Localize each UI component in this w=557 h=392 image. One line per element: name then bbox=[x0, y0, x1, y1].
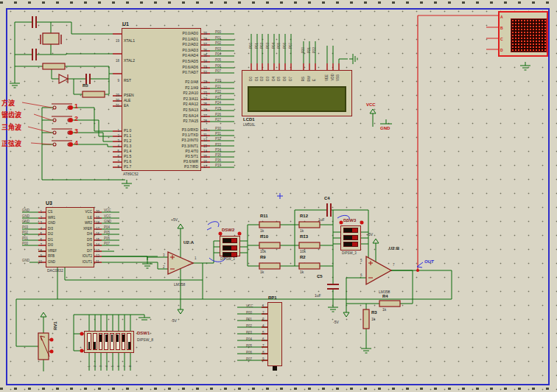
rp1-net-labels: VCCP00P01P02P03P04P05P06P07 bbox=[246, 303, 253, 363]
dsw2-part: DIPSW_3 bbox=[220, 257, 235, 261]
potentiometer-rv1[interactable] bbox=[38, 333, 49, 360]
u1-part: AT89C52 bbox=[123, 172, 139, 176]
wire-scope-red[interactable] bbox=[418, 15, 498, 270]
reset-diode[interactable] bbox=[59, 74, 68, 83]
wire-net[interactable] bbox=[15, 22, 452, 371]
dsw3-ref: DSW3 bbox=[343, 218, 356, 223]
u3-pin-labels-right: VCCILEWR2XFERDI4DI5DI6DI7IOUT2IOUT1 bbox=[68, 209, 92, 265]
u1-nets-p0: P00P01P02P03P04P05P06P07 bbox=[215, 29, 221, 74]
dsw1-ref: DSW1 bbox=[137, 331, 150, 335]
u1-pin-numbers-p2: 2122232425262728 bbox=[203, 80, 207, 125]
u1-pin-labels-p3: P3.0/RXDP3.1/TXDP3.2/INT0P3.3/INT1P3.4/T… bbox=[150, 127, 198, 170]
u3-pin-numbers-right: 20191817161514131211 bbox=[96, 209, 99, 265]
waveform-label-square: 方波 bbox=[1, 98, 15, 108]
u1-pin-labels-left-c: P1.0P1.1P1.2P1.3P1.4P1.5P1.6P1.7 bbox=[124, 128, 131, 169]
crystal[interactable] bbox=[41, 33, 61, 44]
u3-nets-right: VCCVCCGNDP04P05P06P07 bbox=[104, 208, 111, 263]
u2a-pin-plus: 3 bbox=[163, 253, 165, 257]
r11-value: 1k bbox=[260, 228, 264, 233]
u2b-ref: U2:B bbox=[389, 246, 399, 251]
gnd-label-lcd: GND bbox=[380, 126, 390, 130]
respack-rp1[interactable] bbox=[267, 302, 282, 366]
u3-nets-left: GNDGNDGNDP03P02P01P00GND bbox=[22, 208, 29, 263]
dsw1-part: DIPSW_8 bbox=[137, 337, 153, 342]
dip-switch-dsw1[interactable] bbox=[84, 331, 134, 353]
u1-pin-labels-left-b: PSENALEEA bbox=[124, 93, 134, 108]
u2a-ref: U2:A bbox=[183, 240, 194, 245]
button-4-number[interactable]: 4 bbox=[74, 139, 78, 147]
u2b-pin-out: 7 bbox=[393, 263, 395, 267]
dsw3-part: DIPSW_3 bbox=[342, 251, 357, 255]
r10-ref: R10 bbox=[260, 234, 268, 239]
r12-value: 1k bbox=[300, 228, 304, 233]
rv1-ref: RV1 bbox=[53, 321, 57, 330]
lcd-pin-labels-data: D0D1D2D3D4D5D6D7 bbox=[248, 71, 294, 85]
rp1-common-pin bbox=[273, 366, 277, 371]
callout-lines bbox=[22, 102, 52, 144]
r2-ref: R2 bbox=[300, 255, 306, 259]
button-1-number[interactable]: 1 bbox=[74, 102, 78, 110]
u1-nets-p3: P30P31P32P33P34P35P36P37 bbox=[215, 126, 221, 169]
u1-ref: U1 bbox=[122, 21, 129, 27]
dsw2-ref: DSW2 bbox=[222, 228, 234, 232]
u1-pin-numbers-left-a: 19189 bbox=[112, 31, 119, 91]
r11-ref: R11 bbox=[260, 214, 268, 218]
oscilloscope-module[interactable] bbox=[498, 11, 548, 57]
u2a-pos-supply: +5V bbox=[171, 217, 178, 222]
c5-ref: C5 bbox=[317, 274, 323, 279]
oscilloscope-display bbox=[511, 18, 547, 52]
r13-ref: R13 bbox=[300, 234, 308, 239]
lcd-pin-labels-pwr: VEEVDDVSS bbox=[324, 71, 341, 85]
c4-ref: C4 bbox=[324, 196, 330, 200]
vcc-label-lcd: VCC bbox=[366, 102, 376, 107]
u3-pin-labels-left: CSWR1GNDDI3DI2DI1DI0VREFRFBGND bbox=[48, 209, 57, 265]
lcd-part: LM016L bbox=[243, 123, 255, 127]
r5-ref: R5 bbox=[83, 83, 88, 88]
u2b-pos-supply: +5V bbox=[366, 232, 373, 237]
u1-pin-labels-p2: P2.0/A8P2.1/A9P2.2/A10P2.3/A11P2.4/A12P2… bbox=[150, 80, 198, 125]
u2a-part: LM358 bbox=[174, 282, 185, 287]
u1-pin-numbers-p0: 3938373635343332 bbox=[203, 31, 207, 76]
r4-value: 1k bbox=[382, 307, 386, 312]
r4-ref: R4 bbox=[382, 294, 388, 298]
u1-pin-numbers-p3: 1011121314151617 bbox=[203, 127, 207, 170]
u1-pin-numbers-left-b: 293031 bbox=[112, 93, 119, 108]
waveform-label-sawtooth: 锯齿波 bbox=[1, 110, 21, 119]
r13-value: 10k bbox=[300, 249, 306, 253]
r3-ref: R3 bbox=[371, 310, 377, 315]
u3-pin-numbers-left: 12345678910 bbox=[37, 209, 42, 265]
lcd-net-labels-data: P00P01P02P03P04P05P06P07 bbox=[248, 38, 294, 59]
lcd-screen bbox=[248, 86, 346, 112]
button-3-number[interactable]: 3 bbox=[74, 127, 78, 135]
u2b-pin-plus: 5 bbox=[360, 259, 362, 262]
u1-pin-numbers-left-c: 12345678 bbox=[112, 128, 119, 169]
lcd-ref: LCD1 bbox=[243, 117, 255, 122]
r3-value: 1k bbox=[371, 317, 375, 321]
u2a-pin-out: 1 bbox=[195, 256, 197, 260]
u1-pin-labels-p0: P0.0/AD0P0.1/AD1P0.2/AD2P0.3/AD3P0.4/AD4… bbox=[150, 31, 198, 76]
r12-ref: R12 bbox=[300, 214, 308, 218]
r9-ref: R9 bbox=[260, 255, 266, 259]
rp1-ref: RP1 bbox=[268, 295, 277, 300]
waveform-label-triangle: 三角波 bbox=[1, 122, 21, 132]
proteus-schematic-canvas[interactable]: { "colors":{"wire_green":"#0a6a0a","wire… bbox=[0, 0, 557, 392]
u1-pin-labels-left-a: XTAL1XTAL2RST bbox=[124, 31, 135, 91]
r10-value: 10k bbox=[260, 249, 266, 253]
dip-switch-dsw3[interactable] bbox=[340, 225, 361, 251]
button-2-number[interactable]: 2 bbox=[74, 115, 78, 122]
opamp-u2b[interactable] bbox=[366, 256, 391, 284]
r9-value: 1k bbox=[260, 270, 264, 274]
u2a-pin-minus: 2 bbox=[163, 265, 165, 269]
c4-value: 1uF bbox=[318, 217, 325, 222]
r2-value: 1k bbox=[300, 270, 304, 274]
u2b-pin-minus: 6 bbox=[360, 273, 362, 277]
dip-switch-dsw2[interactable] bbox=[220, 236, 240, 256]
push-buttons[interactable] bbox=[52, 104, 72, 146]
waveform-label-sine: 正弦波 bbox=[1, 139, 21, 148]
rp1-pin-numbers: 123456789 bbox=[262, 303, 265, 363]
u2b-neg-supply: -5V bbox=[333, 320, 339, 324]
output-net-label: OUT bbox=[424, 259, 434, 264]
lcd-pin-labels-ctrl: RSRWE bbox=[301, 71, 318, 85]
oscilloscope-channel-labels: ABCD bbox=[500, 12, 503, 56]
c5-value: 1uF bbox=[315, 293, 321, 298]
